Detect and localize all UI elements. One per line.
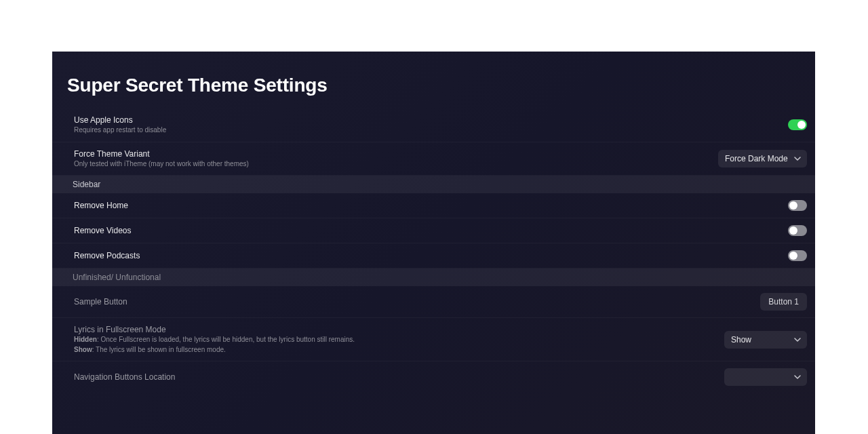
remove-podcasts-label: Remove Podcasts <box>74 251 140 260</box>
hint-hidden-text: : Once Fullscreen is loaded, the lyrics … <box>97 336 355 343</box>
row-force-theme-variant: Force Theme Variant Only tested with iTh… <box>52 142 815 176</box>
sample-button-label: Sample Button <box>74 297 127 307</box>
hint-show-text: : The lyrics will be shown in fullscreen… <box>92 346 226 353</box>
hint-show-label: Show <box>74 346 92 353</box>
remove-podcasts-toggle[interactable] <box>788 250 807 261</box>
toggle-knob <box>789 226 797 235</box>
row-label-group: Remove Home <box>74 201 128 210</box>
page-title: Super Secret Theme Settings <box>52 66 815 108</box>
hint-hidden-label: Hidden <box>74 336 97 343</box>
toggle-knob <box>789 252 797 260</box>
settings-panel: Super Secret Theme Settings Use Apple Ic… <box>52 52 815 434</box>
sample-button[interactable]: Button 1 <box>760 293 807 311</box>
toggle-knob <box>789 201 797 210</box>
row-label-group: Sample Button <box>74 297 127 307</box>
remove-home-toggle[interactable] <box>788 200 807 211</box>
remove-videos-toggle[interactable] <box>788 225 807 236</box>
force-theme-variant-label: Force Theme Variant <box>74 149 249 159</box>
row-use-apple-icons: Use Apple Icons Requires app restart to … <box>52 108 815 142</box>
remove-home-label: Remove Home <box>74 201 128 210</box>
toggle-knob <box>797 121 806 129</box>
section-header-sidebar: Sidebar <box>52 176 815 193</box>
lyrics-fullscreen-hint-show: Show: The lyrics will be shown in fullsc… <box>74 345 355 355</box>
row-label-group: Navigation Buttons Location <box>74 372 175 382</box>
lyrics-fullscreen-label: Lyrics in Fullscreen Mode <box>74 325 355 334</box>
force-theme-variant-hint: Only tested with iTheme (may not work wi… <box>74 159 249 169</box>
settings-content: Super Secret Theme Settings Use Apple Ic… <box>52 52 815 393</box>
nav-buttons-location-label: Navigation Buttons Location <box>74 372 175 382</box>
row-label-group: Lyrics in Fullscreen Mode Hidden: Once F… <box>74 325 355 354</box>
row-nav-buttons-location: Navigation Buttons Location <box>52 361 815 393</box>
row-label-group: Use Apple Icons Requires app restart to … <box>74 115 166 135</box>
section-header-unfinished: Unfinished/ Unfunctional <box>52 269 815 286</box>
use-apple-icons-label: Use Apple Icons <box>74 115 166 125</box>
row-remove-home: Remove Home <box>52 193 815 218</box>
force-theme-variant-select[interactable]: Force Dark Mode <box>718 150 807 167</box>
remove-videos-label: Remove Videos <box>74 226 132 235</box>
row-lyrics-fullscreen: Lyrics in Fullscreen Mode Hidden: Once F… <box>52 318 815 361</box>
lyrics-fullscreen-select[interactable]: Show <box>724 331 807 349</box>
use-apple-icons-hint: Requires app restart to disable <box>74 125 166 135</box>
row-sample-button: Sample Button Button 1 <box>52 286 815 318</box>
nav-buttons-location-select[interactable] <box>724 368 807 386</box>
row-label-group: Remove Podcasts <box>74 251 140 260</box>
lyrics-fullscreen-hint-hidden: Hidden: Once Fullscreen is loaded, the l… <box>74 335 355 344</box>
row-remove-podcasts: Remove Podcasts <box>52 243 815 269</box>
use-apple-icons-toggle[interactable] <box>788 119 807 130</box>
row-label-group: Force Theme Variant Only tested with iTh… <box>74 149 249 169</box>
row-label-group: Remove Videos <box>74 226 132 235</box>
row-remove-videos: Remove Videos <box>52 218 815 243</box>
